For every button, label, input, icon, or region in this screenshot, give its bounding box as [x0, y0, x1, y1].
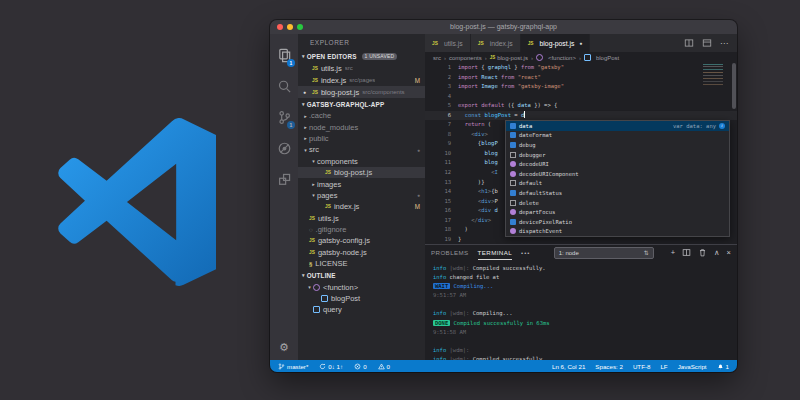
more-actions-icon[interactable]: ⋯: [720, 39, 729, 48]
code-text: {blogP: [458, 139, 498, 149]
code-line[interactable]: 1import { graphql } from "gatsby": [425, 63, 737, 73]
outline-item[interactable]: query: [298, 304, 425, 315]
tree-item[interactable]: JSutils.js: [298, 213, 425, 224]
trash-icon[interactable]: [698, 248, 707, 257]
layout-icon[interactable]: [702, 38, 712, 48]
terminal-text: Compiling...: [450, 283, 493, 289]
split-editor-icon[interactable]: [684, 38, 694, 48]
tree-item[interactable]: ◌.gitignore: [298, 224, 425, 235]
maximize-panel-icon[interactable]: ∧: [714, 249, 720, 257]
code-line[interactable]: 3import Image from "gatsby-image": [425, 82, 737, 92]
tree-item[interactable]: JSgatsby-node.js: [298, 247, 425, 258]
suggest-label: departFocus: [519, 209, 555, 215]
minimap[interactable]: [703, 64, 729, 110]
suggest-item[interactable]: default: [506, 179, 729, 189]
open-editors-header[interactable]: ▾OPEN EDITORS1 UNSAVED: [298, 50, 425, 62]
gear-icon[interactable]: ⚙: [270, 341, 298, 354]
status-branch[interactable]: master*: [278, 363, 308, 370]
tree-item[interactable]: ▾pages●: [298, 190, 425, 201]
new-terminal-icon[interactable]: +: [671, 249, 675, 257]
editor-scrollbar[interactable]: [732, 63, 736, 109]
suggest-item[interactable]: decodeURIComponent: [506, 169, 729, 179]
activity-item-extensions[interactable]: [270, 164, 298, 195]
panel-more-icon[interactable]: •••: [521, 250, 530, 256]
token: ): [458, 226, 468, 232]
tree-item[interactable]: ▸node_modules: [298, 121, 425, 132]
tree-item[interactable]: JSgatsby-config.js: [298, 235, 425, 246]
terminal-select[interactable]: 1: node⇅: [554, 247, 654, 259]
suggest-item[interactable]: debug: [506, 140, 729, 150]
status-error[interactable]: 0: [354, 363, 366, 370]
tree-item[interactable]: ▸images: [298, 178, 425, 189]
panel-tab-terminal[interactable]: TERMINAL: [478, 245, 513, 260]
code-line[interactable]: 2import React from "react": [425, 73, 737, 83]
tree-item[interactable]: ▾components: [298, 156, 425, 167]
suggest-item[interactable]: departFocus: [506, 207, 729, 217]
tree-item[interactable]: JSblog-post.js: [298, 167, 425, 178]
token: [458, 188, 478, 194]
tree-item[interactable]: ▸public: [298, 133, 425, 144]
file-path: src/components: [362, 89, 404, 95]
project-header[interactable]: ▾GATSBY-GRAPHQL-APP: [298, 98, 425, 110]
tree-item[interactable]: ▸.cache: [298, 110, 425, 121]
suggest-item[interactable]: dateFormat: [506, 131, 729, 141]
activity-item-explorer[interactable]: 1: [270, 40, 298, 71]
terminal-line: info |wdm|: Compiled successfully.: [433, 264, 737, 273]
token: >: [485, 131, 488, 137]
outline-header[interactable]: ▾OUTLINE: [298, 269, 425, 281]
tab-blog-post-js[interactable]: JSblog-post.js●: [521, 34, 591, 52]
split-terminal-icon[interactable]: [682, 248, 691, 257]
code-editor[interactable]: 1import { graphql } from "gatsby"2import…: [425, 63, 737, 244]
tree-item-label: public: [309, 134, 329, 143]
tree-item[interactable]: JSindex.jsM: [298, 201, 425, 212]
suggest-item[interactable]: dispatchEvent: [506, 227, 729, 237]
panel-header: PROBLEMSTERMINAL•••1: node⇅+∧×: [425, 245, 737, 260]
breadcrumb[interactable]: src›components›JSblog-post.js›<function>…: [425, 52, 737, 63]
code-line[interactable]: 4: [425, 92, 737, 102]
breadcrumb-item[interactable]: blogPost: [584, 54, 619, 61]
token: {: [458, 140, 481, 146]
open-editor-item[interactable]: JSutils.jssrc: [298, 62, 425, 74]
status-utf-8[interactable]: UTF-8: [633, 363, 651, 370]
status-sync[interactable]: 0↓ 1↑: [319, 363, 343, 370]
suggest-item[interactable]: defaultStatus: [506, 188, 729, 198]
status-warning[interactable]: 0: [378, 363, 390, 370]
tree-item[interactable]: ▾src●: [298, 144, 425, 155]
code-text: )}: [458, 178, 485, 188]
activity-item-debug[interactable]: [270, 133, 298, 164]
open-editor-item[interactable]: ●JSblog-post.jssrc/components: [298, 86, 425, 98]
close-panel-icon[interactable]: ×: [727, 249, 731, 257]
tab-utils-js[interactable]: JSutils.js: [425, 34, 471, 52]
title-bar[interactable]: blog-post.js — gatsby-graphql-app: [270, 20, 737, 34]
tree-item[interactable]: §LICENSE: [298, 258, 425, 269]
status-javascript[interactable]: JavaScript: [678, 363, 707, 370]
suggest-item[interactable]: decodeURI: [506, 159, 729, 169]
token: [458, 169, 491, 175]
open-editor-item[interactable]: JSindex.jssrc/pagesM: [298, 74, 425, 86]
outline-item[interactable]: blogPost: [298, 293, 425, 304]
breadcrumb-item[interactable]: components: [449, 55, 482, 61]
status-ln[interactable]: Ln 6, Col 21: [552, 363, 585, 370]
code-line[interactable]: 6 const blogPost = d: [425, 111, 737, 121]
code-line[interactable]: 5export default ({ data }) => {: [425, 101, 737, 111]
activity-item-search[interactable]: [270, 71, 298, 102]
method-kind-icon: [510, 161, 516, 167]
suggest-item[interactable]: debugger: [506, 150, 729, 160]
panel-tab-problems[interactable]: PROBLEMS: [431, 245, 469, 260]
status-bell[interactable]: 1: [717, 363, 729, 370]
suggest-item[interactable]: datavar data: anyi: [506, 121, 729, 131]
activity-item-source-control[interactable]: 1: [270, 102, 298, 133]
js-file-icon: JS: [325, 204, 331, 209]
tab-index-js[interactable]: JSindex.js: [471, 34, 521, 52]
suggest-item[interactable]: delete: [506, 198, 729, 208]
suggest-item[interactable]: devicePixelRatio: [506, 217, 729, 227]
status-spaces[interactable]: Spaces: 2: [595, 363, 623, 370]
breadcrumb-item[interactable]: <function>: [536, 54, 576, 61]
breadcrumb-item[interactable]: src: [433, 55, 441, 61]
terminal-output[interactable]: info |wdm|: Compiled successfully.info c…: [425, 260, 737, 364]
outline-item[interactable]: ▾<function>: [298, 281, 425, 292]
status-lf[interactable]: LF: [660, 363, 667, 370]
token: return: [465, 121, 485, 127]
breadcrumb-label: <function>: [548, 55, 576, 61]
breadcrumb-item[interactable]: JSblog-post.js: [490, 55, 528, 61]
